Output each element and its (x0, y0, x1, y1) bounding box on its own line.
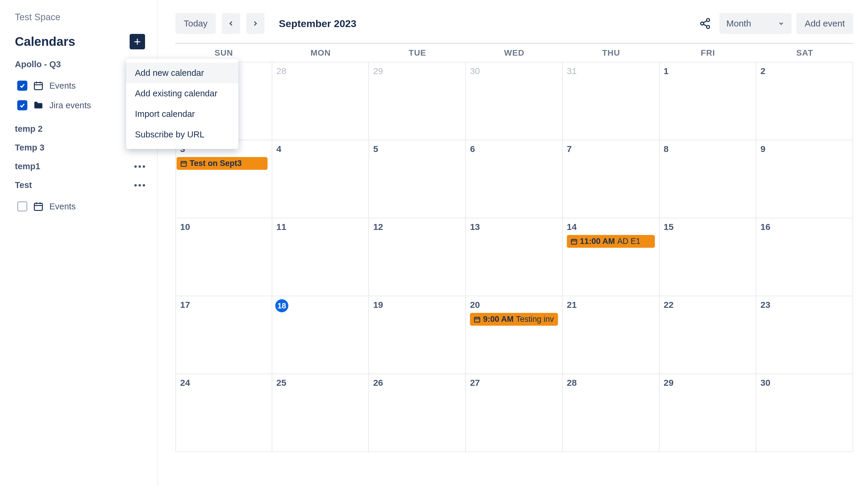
day-number: 15 (664, 222, 752, 232)
day-cell[interactable]: 28 (272, 62, 369, 141)
share-icon (699, 18, 711, 29)
day-cell[interactable]: 1 (660, 62, 756, 141)
weekday-header: THU (563, 44, 660, 62)
svg-point-9 (701, 22, 704, 25)
day-cell[interactable]: 18 (272, 296, 369, 374)
day-cell[interactable]: 24 (175, 374, 272, 452)
calendar-group-1[interactable]: temp 2 (15, 124, 145, 134)
day-cell[interactable]: 8 (660, 141, 756, 218)
day-cell[interactable]: 11 (272, 218, 369, 296)
day-cell[interactable]: 29 (660, 374, 756, 452)
calendar-toolbar: Today September 2023 Month (175, 9, 853, 43)
day-cell[interactable]: 9 (756, 141, 853, 218)
weekday-header: WED (466, 44, 563, 62)
weekday-header-row: SUNMONTUEWEDTHUFRISAT (175, 44, 853, 62)
day-cell[interactable]: 27 (466, 374, 563, 452)
svg-rect-13 (181, 161, 186, 166)
prev-month-button[interactable] (222, 13, 240, 34)
day-cell[interactable]: 28 (563, 374, 660, 452)
plus-icon: + (134, 36, 141, 48)
day-number: 27 (470, 378, 558, 388)
day-cell[interactable]: 25 (272, 374, 369, 452)
day-cell[interactable]: 5 (369, 141, 466, 218)
calendar-group-3[interactable]: temp1 (15, 161, 145, 171)
day-cell[interactable]: 13 (466, 218, 563, 296)
dropdown-item-0[interactable]: Add new calendar (126, 63, 239, 83)
day-cell[interactable]: 31 (563, 62, 660, 141)
day-cell[interactable]: 22 (660, 296, 756, 374)
share-button[interactable] (695, 13, 715, 34)
day-cell[interactable]: 29 (369, 62, 466, 141)
weekday-header: MON (272, 44, 369, 62)
chevron-right-icon (251, 20, 259, 27)
day-cell[interactable]: 16 (756, 218, 853, 296)
day-number: 1 (664, 66, 752, 76)
breadcrumb[interactable]: Test Space (15, 12, 145, 23)
week-row: 24252627282930 (175, 374, 853, 452)
calendar-item[interactable]: Jira events (15, 95, 145, 115)
dropdown-item-2[interactable]: Import calendar (126, 104, 239, 124)
svg-line-12 (703, 24, 707, 27)
day-cell[interactable]: 14 11:00 AM AD E1 (563, 218, 660, 296)
day-number: 4 (276, 144, 365, 154)
more-actions-button[interactable] (134, 165, 145, 168)
calendar-icon (33, 201, 44, 212)
day-number: 26 (373, 378, 461, 388)
event-chip[interactable]: Test on Sept3 (177, 157, 268, 170)
day-cell[interactable]: 30 (756, 374, 853, 452)
day-cell[interactable]: 7 (563, 141, 660, 218)
day-number: 9 (761, 144, 848, 154)
more-actions-button[interactable] (134, 184, 145, 186)
day-cell[interactable]: 26 (369, 374, 466, 452)
add-calendar-button[interactable]: + (130, 34, 145, 49)
day-cell[interactable]: 3 Test on Sept3 (175, 141, 272, 218)
event-chip[interactable]: 11:00 AM AD E1 (567, 235, 655, 248)
day-cell[interactable]: 17 (175, 296, 272, 374)
current-month-label: September 2023 (279, 18, 356, 29)
day-number: 31 (567, 66, 655, 76)
calendar-group-label: Test (15, 180, 32, 190)
day-number: 21 (567, 300, 655, 310)
calendar-group-4[interactable]: Test (15, 180, 145, 190)
add-calendar-dropdown: Add new calendarAdd existing calendarImp… (126, 59, 239, 149)
calendar-item[interactable]: Events (15, 196, 145, 216)
day-cell[interactable]: 30 (466, 62, 563, 141)
calendar-checkbox[interactable] (17, 201, 27, 211)
event-title: Testing inv (516, 315, 554, 324)
dropdown-item-1[interactable]: Add existing calendar (126, 83, 239, 104)
day-number: 29 (664, 378, 752, 388)
day-cell[interactable]: 19 (369, 296, 466, 374)
day-cell[interactable]: 12 (369, 218, 466, 296)
day-cell[interactable]: 20 9:00 AM Testing inv (466, 296, 563, 374)
day-cell[interactable]: 6 (466, 141, 563, 218)
weekday-header: FRI (660, 44, 756, 62)
day-number: 5 (373, 144, 461, 154)
calendar-checkbox[interactable] (17, 81, 27, 91)
calendar-item-label: Events (49, 81, 76, 91)
dropdown-item-3[interactable]: Subscribe by URL (126, 124, 239, 145)
week-row: 272829303112 (175, 62, 853, 141)
event-title: Test on Sept3 (190, 159, 242, 168)
day-cell[interactable]: 23 (756, 296, 853, 374)
svg-point-8 (707, 19, 710, 22)
svg-rect-17 (571, 239, 577, 244)
calendar-checkbox[interactable] (17, 100, 27, 110)
next-month-button[interactable] (246, 13, 265, 34)
day-cell[interactable]: 10 (175, 218, 272, 296)
calendar-item[interactable]: Events (15, 76, 145, 95)
calendar-group-0[interactable]: Apollo - Q3 (15, 59, 145, 69)
view-mode-select[interactable]: Month (719, 13, 792, 34)
day-cell[interactable]: 2 (756, 62, 853, 141)
day-cell[interactable]: 15 (660, 218, 756, 296)
today-button[interactable]: Today (175, 13, 216, 34)
add-event-button[interactable]: Add event (796, 13, 853, 34)
day-cell[interactable]: 4 (272, 141, 369, 218)
day-number: 18 (275, 299, 288, 312)
week-row: 17181920 9:00 AM Testing inv212223 (175, 296, 853, 374)
svg-point-10 (707, 26, 710, 29)
calendar-group-2[interactable]: Temp 3 (15, 143, 145, 153)
calendar-group-label: Apollo - Q3 (15, 59, 61, 69)
day-cell[interactable]: 21 (563, 296, 660, 374)
event-chip[interactable]: 9:00 AM Testing inv (470, 313, 558, 326)
main-content: Add new calendarAdd existing calendarImp… (158, 0, 868, 486)
